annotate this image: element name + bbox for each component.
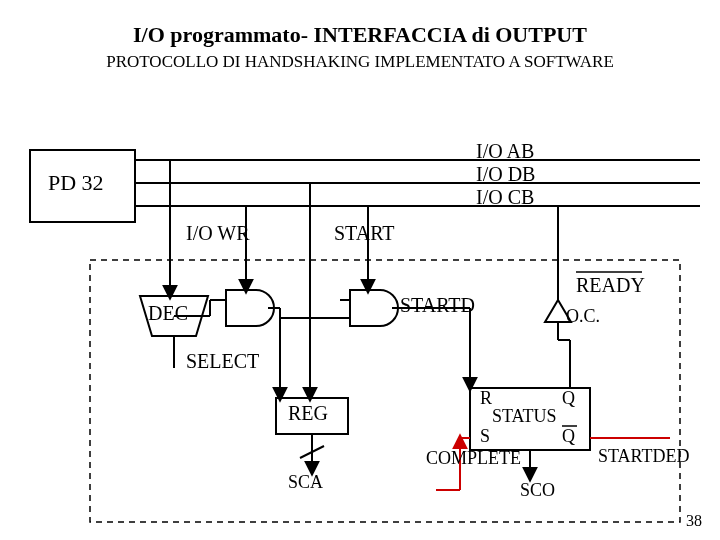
- oc-label: O.C.: [566, 306, 600, 327]
- q-label: Q: [562, 388, 575, 409]
- qbar-label: Q: [562, 426, 575, 447]
- sco-label: SCO: [520, 480, 555, 501]
- io-ab-label: I/O AB: [476, 140, 534, 163]
- and-gate-startd: [350, 290, 398, 326]
- reg-label: REG: [288, 402, 328, 425]
- and-gate-select: [226, 290, 274, 326]
- r-label: R: [480, 388, 492, 409]
- ready-label: READY: [576, 274, 645, 297]
- device-boundary: [90, 260, 680, 522]
- select-label: SELECT: [186, 350, 259, 373]
- page-number: 38: [686, 512, 702, 530]
- pd32-label: PD 32: [48, 170, 104, 196]
- io-wr-label: I/O WR: [186, 222, 250, 245]
- complete-label: COMPLETE: [426, 448, 521, 469]
- sca-label: SCA: [288, 472, 323, 493]
- dec-label: DEC: [148, 302, 188, 325]
- startded-label: STARTDED: [598, 446, 689, 467]
- start-label: START: [334, 222, 395, 245]
- io-db-label: I/O DB: [476, 163, 535, 186]
- startd-label: STARTD: [400, 294, 475, 317]
- s-label: S: [480, 426, 490, 447]
- io-cb-label: I/O CB: [476, 186, 534, 209]
- status-label: STATUS: [492, 406, 557, 427]
